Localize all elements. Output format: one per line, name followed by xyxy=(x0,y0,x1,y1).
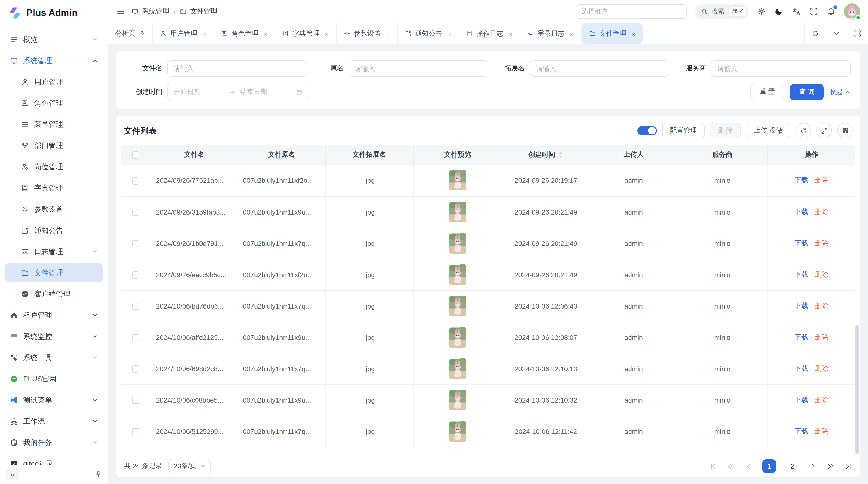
tab-8[interactable]: 文件管理 xyxy=(582,23,643,44)
tab-close-icon[interactable] xyxy=(263,31,268,36)
sidebar-item-9[interactable]: 通知公告 xyxy=(5,221,103,240)
sidebar-item-2[interactable]: 用户管理 xyxy=(5,72,103,92)
upload-button[interactable]: 上传 没做 xyxy=(746,123,790,138)
row-checkbox[interactable] xyxy=(132,177,140,184)
avatar[interactable] xyxy=(844,3,860,20)
table-scrollbar[interactable] xyxy=(856,325,859,454)
menu-toggle-icon[interactable] xyxy=(116,7,125,16)
tabbar-chevDown-button[interactable] xyxy=(826,23,847,44)
tab-close-icon[interactable] xyxy=(508,31,513,36)
page-button-2[interactable]: 2 xyxy=(785,459,799,473)
file-name-input[interactable] xyxy=(167,60,307,77)
global-search-button[interactable]: 搜索 ⌘ K xyxy=(695,4,749,19)
collapse-filter-link[interactable]: 收起 xyxy=(830,88,850,96)
tab-2[interactable]: 角色管理 xyxy=(214,23,275,44)
sidebar-collapse-button[interactable]: « xyxy=(6,469,19,480)
tab-4[interactable]: 参数设置 xyxy=(337,23,398,44)
sidebar-item-7[interactable]: 字典管理 xyxy=(5,179,103,198)
sidebar-item-0[interactable]: 概览 xyxy=(5,30,103,49)
file-preview-image[interactable] xyxy=(450,264,466,285)
row-checkbox[interactable] xyxy=(132,334,140,341)
download-link[interactable]: 下载 xyxy=(795,270,808,278)
sidebar-item-5[interactable]: 部门管理 xyxy=(5,136,103,155)
tab-close-icon[interactable] xyxy=(324,31,329,36)
download-link[interactable]: 下载 xyxy=(795,364,808,372)
row-checkbox[interactable] xyxy=(132,240,140,247)
download-link[interactable]: 下载 xyxy=(795,333,808,341)
row-checkbox[interactable] xyxy=(132,303,140,310)
page-button-1[interactable]: 1 xyxy=(763,459,776,473)
translate-icon[interactable] xyxy=(792,7,801,16)
file-preview-image[interactable] xyxy=(450,358,466,379)
sidebar-item-13[interactable]: 租户管理 xyxy=(5,305,103,325)
download-link[interactable]: 下载 xyxy=(795,427,808,434)
sidebar-item-11[interactable]: 文件管理 xyxy=(5,263,103,283)
delete-link[interactable]: 删除 xyxy=(815,270,829,278)
tab-6[interactable]: 操作日志 xyxy=(459,23,520,44)
sidebar-item-1[interactable]: 系统管理 xyxy=(5,51,103,70)
sidebar-item-8[interactable]: 参数设置 xyxy=(5,200,103,219)
settings-icon[interactable] xyxy=(757,7,766,16)
expand-table-button[interactable] xyxy=(816,123,832,138)
tab-close-icon[interactable] xyxy=(202,31,207,36)
fullscreen-icon[interactable] xyxy=(809,7,818,16)
row-checkbox[interactable] xyxy=(132,428,140,435)
delete-link[interactable]: 删除 xyxy=(815,364,829,372)
date-range-input[interactable]: 开始日期 结束日期 xyxy=(167,84,308,100)
tab-close-icon[interactable] xyxy=(569,31,574,36)
breadcrumb-item[interactable]: 系统管理 xyxy=(142,7,169,16)
download-link[interactable]: 下载 xyxy=(795,301,808,309)
first-page-button[interactable] xyxy=(709,462,717,470)
sidebar-item-20[interactable]: gitee记录 xyxy=(5,454,103,465)
file-preview-image[interactable] xyxy=(450,201,466,223)
notifications-icon[interactable] xyxy=(827,7,836,16)
select-all-checkbox[interactable] xyxy=(132,152,140,159)
download-link[interactable]: 下载 xyxy=(795,395,808,403)
column-settings-button[interactable] xyxy=(837,123,852,138)
tabbar-fsbox-button[interactable] xyxy=(847,23,868,44)
sidebar-item-6[interactable]: 岗位管理 xyxy=(5,157,103,176)
sidebar-pin-icon[interactable] xyxy=(94,471,102,478)
tab-close-icon[interactable] xyxy=(631,31,636,36)
dark-mode-icon[interactable] xyxy=(774,7,784,16)
prev-group-button[interactable] xyxy=(727,462,735,470)
tabbar-refresh-button[interactable] xyxy=(804,23,826,44)
sidebar-item-4[interactable]: 菜单管理 xyxy=(5,115,103,134)
tab-7[interactable]: 登录日志 xyxy=(520,23,582,44)
page-size-select[interactable]: 20条/页 xyxy=(168,459,211,474)
config-manage-button[interactable]: 配置管理 xyxy=(662,123,705,138)
file-preview-image[interactable] xyxy=(450,327,466,348)
download-link[interactable]: 下载 xyxy=(795,239,808,247)
delete-link[interactable]: 删除 xyxy=(815,395,829,403)
tab-5[interactable]: 通知公告 xyxy=(398,23,459,44)
sort-icon[interactable] xyxy=(557,151,563,159)
col-created[interactable]: 创建时间 xyxy=(502,144,590,165)
download-link[interactable]: 下载 xyxy=(795,176,808,184)
delete-link[interactable]: 删除 xyxy=(815,333,829,341)
sidebar-item-10[interactable]: DEV日志管理 xyxy=(5,242,103,261)
tab-close-icon[interactable] xyxy=(446,31,452,36)
sidebar-item-18[interactable]: 工作流 xyxy=(5,412,103,431)
tab-3[interactable]: 字典管理 xyxy=(275,23,337,44)
reset-button[interactable]: 重 置 xyxy=(750,84,784,100)
sidebar-item-19[interactable]: 我的任务 xyxy=(5,433,103,452)
sidebar-item-3[interactable]: 角色管理 xyxy=(5,94,103,113)
extension-input[interactable] xyxy=(530,60,670,77)
search-button[interactable]: 查 询 xyxy=(790,84,824,100)
sidebar-item-12[interactable]: 客户端管理 xyxy=(5,284,103,304)
delete-link[interactable]: 删除 xyxy=(815,207,829,215)
file-preview-image[interactable] xyxy=(450,295,466,317)
sidebar-item-17[interactable]: 测试菜单 xyxy=(5,390,103,410)
prev-page-button[interactable] xyxy=(745,462,753,470)
next-page-button[interactable] xyxy=(809,462,817,470)
provider-input[interactable] xyxy=(711,60,851,77)
tab-1[interactable]: 用户管理 xyxy=(153,23,214,44)
delete-button[interactable]: 删 除 xyxy=(710,123,741,138)
delete-link[interactable]: 删除 xyxy=(815,301,829,309)
row-checkbox[interactable] xyxy=(132,397,140,404)
file-preview-image[interactable] xyxy=(450,421,466,442)
delete-link[interactable]: 删除 xyxy=(815,176,829,184)
delete-link[interactable]: 删除 xyxy=(815,239,829,247)
file-preview-image[interactable] xyxy=(450,233,466,254)
file-preview-image[interactable] xyxy=(450,170,466,191)
